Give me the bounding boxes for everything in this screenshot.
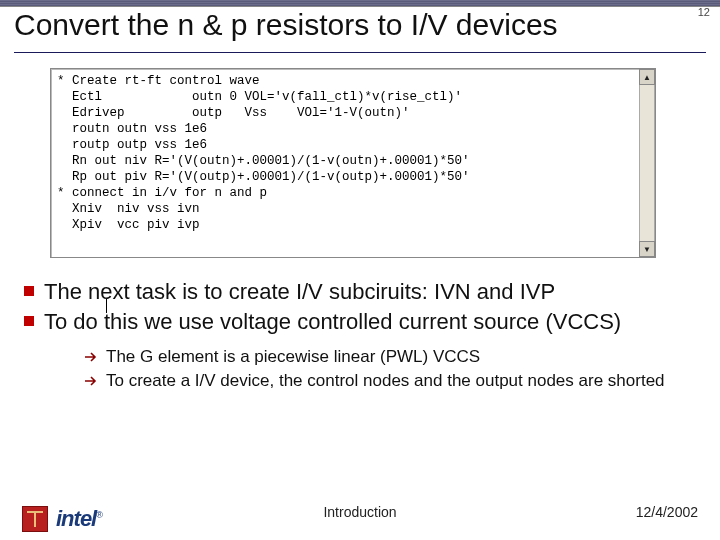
- code-panel: * Create rt-ft control wave Ectl outn 0 …: [50, 68, 656, 258]
- square-bullet-icon: [24, 286, 34, 296]
- top-strip: [0, 0, 720, 7]
- scroll-up-button[interactable]: ▲: [639, 69, 655, 85]
- bullet-text: To do this we use voltage controlled cur…: [44, 308, 621, 336]
- title-underline: [14, 52, 706, 53]
- footer-date: 12/4/2002: [636, 504, 698, 520]
- page-title: Convert the n & p resistors to I/V devic…: [14, 8, 558, 42]
- bullet-item: To do this we use voltage controlled cur…: [24, 308, 696, 336]
- bullet-list: The next task is to create I/V subciruit…: [24, 278, 696, 394]
- sub-bullet-text: To create a I/V device, the control node…: [106, 370, 665, 392]
- code-text[interactable]: * Create rt-ft control wave Ectl outn 0 …: [51, 69, 648, 257]
- sub-bullet-item: To create a I/V device, the control node…: [84, 370, 696, 392]
- scroll-track[interactable]: [639, 85, 655, 241]
- arrow-bullet-icon: [84, 375, 98, 387]
- sub-bullet-item: The G element is a piecewise linear (PWL…: [84, 346, 696, 368]
- sub-bullet-list: The G element is a piecewise linear (PWL…: [84, 346, 696, 392]
- sub-bullet-text: The G element is a piecewise linear (PWL…: [106, 346, 480, 368]
- bullet-item: The next task is to create I/V subciruit…: [24, 278, 696, 306]
- bullet-text: The next task is to create I/V subciruit…: [44, 278, 555, 306]
- square-bullet-icon: [24, 316, 34, 326]
- arrow-bullet-icon: [84, 351, 98, 363]
- footer-center: Introduction: [0, 504, 720, 520]
- page-number: 12: [698, 6, 710, 18]
- footer: Introduction 12/4/2002: [0, 504, 720, 528]
- scroll-down-button[interactable]: ▼: [639, 241, 655, 257]
